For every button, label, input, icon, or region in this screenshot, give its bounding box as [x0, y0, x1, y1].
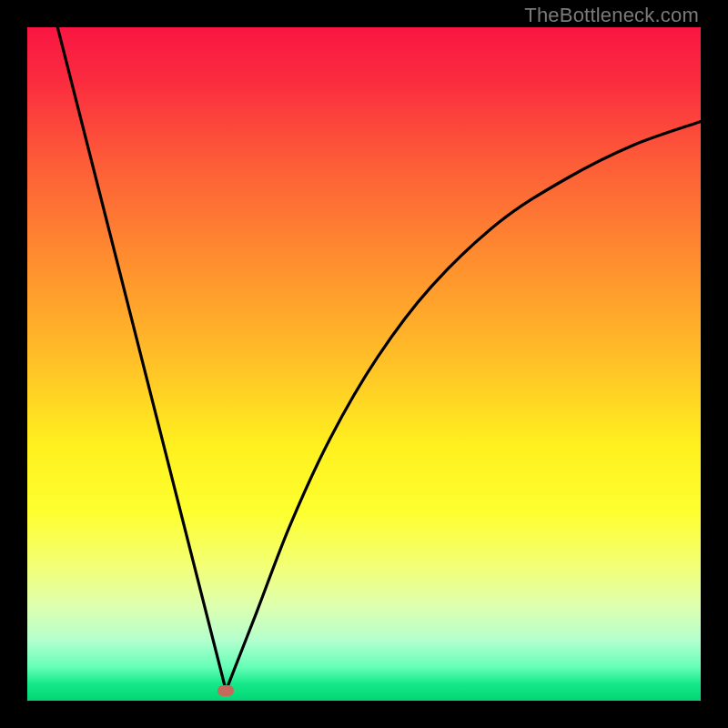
watermark-text: TheBottleneck.com: [524, 4, 699, 27]
plot-area: [27, 27, 701, 701]
bottleneck-curve: [27, 27, 701, 701]
minimum-marker: [217, 685, 234, 696]
chart-container: TheBottleneck.com: [0, 0, 728, 728]
